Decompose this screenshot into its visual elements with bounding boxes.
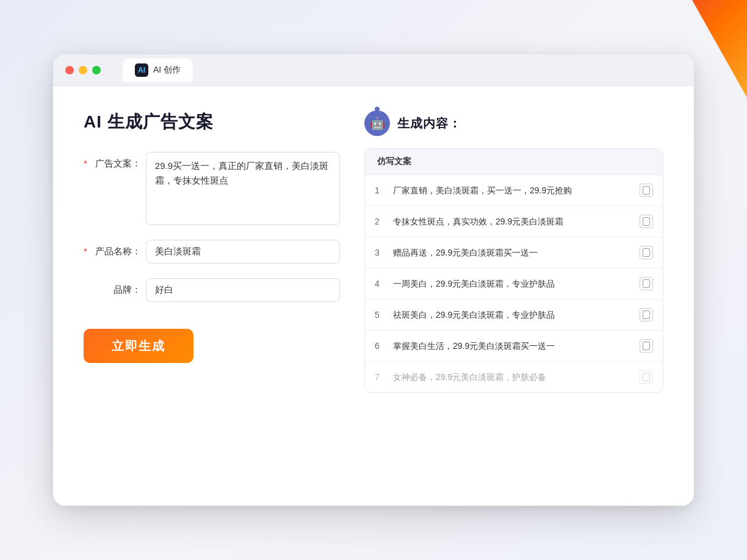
- result-table: 仿写文案 1 厂家直销，美白淡斑霜，买一送一，29.9元抢购 2 专抹女性斑点，…: [364, 148, 663, 393]
- product-required: *: [84, 240, 87, 256]
- generate-button[interactable]: 立即生成: [84, 329, 193, 363]
- copy-button-7[interactable]: [640, 370, 653, 384]
- result-row-7: 7 女神必备，29.9元美白淡斑霜，护肤必备: [365, 362, 663, 392]
- row-text-4: 一周美白，29.9元美白淡斑霜，专业护肤品: [393, 278, 632, 290]
- browser-titlebar: AI AI 创作: [53, 54, 694, 86]
- result-table-header: 仿写文案: [365, 149, 663, 175]
- result-row-4: 4 一周美白，29.9元美白淡斑霜，专业护肤品: [365, 268, 663, 300]
- ai-tab-icon: AI: [135, 63, 148, 77]
- traffic-lights: [65, 66, 101, 74]
- robot-icon: 🤖: [364, 110, 390, 136]
- copy-button-4[interactable]: [640, 277, 653, 290]
- browser-content: AI 生成广告文案 * 广告文案： * 产品名称： * 品牌： 立即生成: [53, 86, 694, 506]
- row-number-2: 2: [375, 217, 386, 226]
- result-row-6: 6 掌握美白生活，29.9元美白淡斑霜买一送一: [365, 331, 663, 362]
- right-panel: 🤖 生成内容： 仿写文案 1 厂家直销，美白淡斑霜，买一送一，29.9元抢购 2…: [364, 110, 663, 481]
- row-text-6: 掌握美白生活，29.9元美白淡斑霜买一送一: [393, 340, 632, 353]
- row-number-3: 3: [375, 248, 386, 257]
- copy-button-5[interactable]: [640, 308, 653, 321]
- result-row-3: 3 赠品再送，29.9元美白淡斑霜买一送一: [365, 237, 663, 268]
- tab-label: AI 创作: [153, 65, 181, 76]
- product-name-input[interactable]: [146, 240, 340, 264]
- result-title: 生成内容：: [397, 115, 461, 132]
- minimize-button[interactable]: [79, 66, 87, 74]
- brand-input[interactable]: [146, 278, 340, 302]
- page-title: AI 生成广告文案: [84, 110, 340, 134]
- product-name-label: 产品名称：: [92, 240, 141, 257]
- row-number-5: 5: [375, 310, 386, 320]
- copy-button-1[interactable]: [640, 184, 653, 197]
- maximize-button[interactable]: [92, 66, 101, 74]
- browser-window: AI AI 创作 AI 生成广告文案 * 广告文案： * 产品名称：: [53, 54, 694, 506]
- row-number-1: 1: [375, 185, 386, 195]
- product-name-group: * 产品名称：: [84, 240, 340, 264]
- tab-bar: AI AI 创作: [123, 59, 193, 82]
- row-number-6: 6: [375, 341, 386, 351]
- ad-copy-group: * 广告文案：: [84, 152, 340, 225]
- active-tab[interactable]: AI AI 创作: [123, 59, 193, 82]
- left-panel: AI 生成广告文案 * 广告文案： * 产品名称： * 品牌： 立即生成: [84, 110, 340, 481]
- result-header: 🤖 生成内容：: [364, 110, 663, 136]
- row-text-7: 女神必备，29.9元美白淡斑霜，护肤必备: [393, 371, 632, 384]
- brand-group: * 品牌：: [84, 278, 340, 302]
- ad-copy-required: *: [84, 152, 87, 168]
- result-row-2: 2 专抹女性斑点，真实功效，29.9元美白淡斑霜: [365, 206, 663, 237]
- result-row-5: 5 祛斑美白，29.9元美白淡斑霜，专业护肤品: [365, 300, 663, 331]
- ad-copy-label: 广告文案：: [92, 152, 141, 170]
- row-number-4: 4: [375, 279, 386, 289]
- brand-label: 品牌：: [92, 278, 141, 296]
- copy-button-2[interactable]: [640, 215, 653, 228]
- close-button[interactable]: [65, 66, 74, 74]
- copy-button-6[interactable]: [640, 339, 653, 353]
- copy-button-3[interactable]: [640, 246, 653, 259]
- row-text-3: 赠品再送，29.9元美白淡斑霜买一送一: [393, 246, 632, 259]
- robot-face: 🤖: [370, 116, 385, 131]
- result-row-1: 1 厂家直销，美白淡斑霜，买一送一，29.9元抢购: [365, 175, 663, 206]
- row-text-1: 厂家直销，美白淡斑霜，买一送一，29.9元抢购: [393, 184, 632, 197]
- row-text-2: 专抹女性斑点，真实功效，29.9元美白淡斑霜: [393, 215, 632, 228]
- ad-copy-input[interactable]: [146, 152, 340, 225]
- row-number-7: 7: [375, 372, 386, 382]
- row-text-5: 祛斑美白，29.9元美白淡斑霜，专业护肤品: [393, 309, 632, 321]
